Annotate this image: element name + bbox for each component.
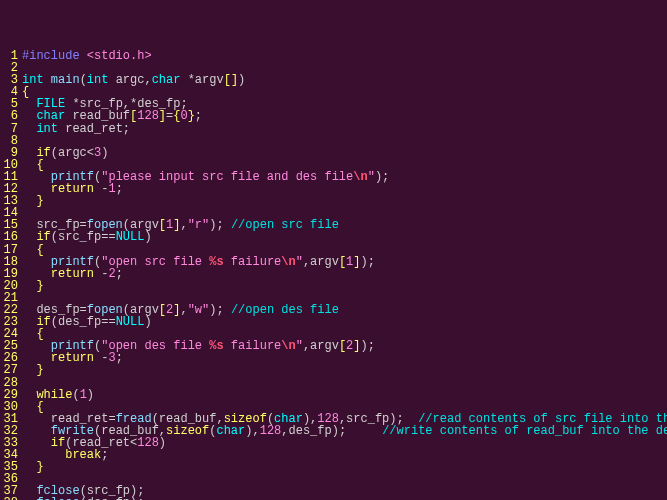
code-content[interactable]: int read_ret; bbox=[22, 123, 130, 135]
code-content[interactable]: } bbox=[22, 280, 44, 292]
token-id: (des_fp== bbox=[51, 315, 116, 329]
token-esc: %s bbox=[209, 255, 223, 269]
token-str: "please input src file and des file bbox=[101, 170, 353, 184]
code-content[interactable]: #include <stdio.h> bbox=[22, 50, 152, 62]
token-pu: ] bbox=[159, 109, 166, 123]
token-num: 128 bbox=[260, 424, 282, 438]
code-content[interactable]: } bbox=[22, 461, 44, 473]
token-id: ); bbox=[361, 339, 375, 353]
token-pu: [] bbox=[224, 73, 238, 87]
code-line[interactable]: 29 while(1) bbox=[0, 389, 667, 401]
line-number: 31 bbox=[0, 413, 22, 425]
code-content[interactable]: int main(int argc,char *argv[]) bbox=[22, 74, 245, 86]
token-id: *argv bbox=[180, 73, 223, 87]
token-esc: \n bbox=[281, 339, 295, 353]
token-str: " bbox=[296, 339, 303, 353]
code-line[interactable]: 23 if(des_fp==NULL) bbox=[0, 316, 667, 328]
token-pp: #include bbox=[22, 49, 87, 63]
token-str: failure bbox=[224, 339, 282, 353]
code-line[interactable]: 26 return -3; bbox=[0, 352, 667, 364]
token-esc: %s bbox=[209, 339, 223, 353]
token-id: ); bbox=[209, 303, 231, 317]
token-id: ), bbox=[245, 424, 259, 438]
code-line[interactable]: 1#include <stdio.h> bbox=[0, 50, 667, 62]
token-esc: \n bbox=[353, 170, 367, 184]
token-pu: } bbox=[188, 109, 195, 123]
token-kw: sizeof bbox=[166, 424, 209, 438]
token-id: ) bbox=[144, 315, 151, 329]
token-id: argc, bbox=[108, 73, 151, 87]
token-id: read_ret; bbox=[58, 122, 130, 136]
token-pu: } bbox=[36, 363, 43, 377]
token-num: 0 bbox=[180, 109, 187, 123]
token-num: 128 bbox=[137, 436, 159, 450]
line-number: 29 bbox=[0, 389, 22, 401]
token-pu: } bbox=[36, 194, 43, 208]
token-kw: return bbox=[51, 182, 94, 196]
token-str: "r" bbox=[188, 218, 210, 232]
token-ty: char bbox=[216, 424, 245, 438]
line-number: 30 bbox=[0, 401, 22, 413]
token-ang: <stdio.h> bbox=[87, 49, 152, 63]
token-ty: NULL bbox=[116, 315, 145, 329]
code-line[interactable]: 35 } bbox=[0, 461, 667, 473]
line-number: 16 bbox=[0, 231, 22, 243]
token-str: " bbox=[368, 170, 375, 184]
token-id: (des_fp); bbox=[80, 496, 145, 500]
token-id: (src_fp== bbox=[51, 230, 116, 244]
code-line[interactable]: 28 bbox=[0, 377, 667, 389]
line-number: 19 bbox=[0, 268, 22, 280]
token-kw: return bbox=[51, 351, 94, 365]
token-str: "w" bbox=[188, 303, 210, 317]
token-kw: return bbox=[51, 267, 94, 281]
line-number: 18 bbox=[0, 256, 22, 268]
token-num: 128 bbox=[137, 109, 159, 123]
token-num: 2 bbox=[108, 267, 115, 281]
code-line[interactable]: 7 int read_ret; bbox=[0, 123, 667, 135]
token-pu: ] bbox=[353, 255, 360, 269]
token-id: ,des_fp); bbox=[281, 424, 382, 438]
token-id: ,argv bbox=[303, 339, 339, 353]
token-pu: [ bbox=[159, 218, 166, 232]
code-line[interactable]: 34 break; bbox=[0, 449, 667, 461]
token-id: ; bbox=[116, 267, 123, 281]
token-ty: NULL bbox=[116, 230, 145, 244]
token-str: " bbox=[296, 255, 303, 269]
code-line[interactable]: 3int main(int argc,char *argv[]) bbox=[0, 74, 667, 86]
code-content[interactable]: } bbox=[22, 195, 44, 207]
token-num: 1 bbox=[80, 388, 87, 402]
token-id: , bbox=[180, 303, 187, 317]
token-id: ( bbox=[72, 388, 79, 402]
code-editor[interactable]: 1#include <stdio.h>23int main(int argc,c… bbox=[0, 50, 667, 500]
token-id bbox=[22, 496, 36, 500]
token-id: - bbox=[94, 351, 108, 365]
token-fn: main bbox=[51, 73, 80, 87]
token-id: (argc< bbox=[51, 146, 94, 160]
code-line[interactable]: 19 return -2; bbox=[0, 268, 667, 280]
token-pu: [ bbox=[159, 303, 166, 317]
line-number: 7 bbox=[0, 123, 22, 135]
code-line[interactable]: 13 } bbox=[0, 195, 667, 207]
token-id: ; bbox=[116, 182, 123, 196]
code-content[interactable]: } bbox=[22, 364, 44, 376]
token-str: failure bbox=[224, 255, 282, 269]
token-fn: fclose bbox=[36, 496, 79, 500]
token-num: 3 bbox=[108, 351, 115, 365]
code-line[interactable]: 16 if(src_fp==NULL) bbox=[0, 231, 667, 243]
token-id bbox=[22, 194, 36, 208]
code-line[interactable]: 12 return -1; bbox=[0, 183, 667, 195]
token-id: ) bbox=[101, 146, 108, 160]
code-line[interactable]: 9 if(argc<3) bbox=[0, 147, 667, 159]
token-pu: } bbox=[36, 460, 43, 474]
token-id: ; bbox=[101, 448, 108, 462]
token-id bbox=[22, 279, 36, 293]
line-number: 17 bbox=[0, 244, 22, 256]
token-esc: \n bbox=[281, 255, 295, 269]
token-id: ; bbox=[116, 351, 123, 365]
code-line[interactable]: 27 } bbox=[0, 364, 667, 376]
token-id: ); bbox=[375, 170, 389, 184]
token-id bbox=[44, 73, 51, 87]
token-id bbox=[22, 122, 36, 136]
token-id: ) bbox=[87, 388, 94, 402]
code-line[interactable]: 20 } bbox=[0, 280, 667, 292]
